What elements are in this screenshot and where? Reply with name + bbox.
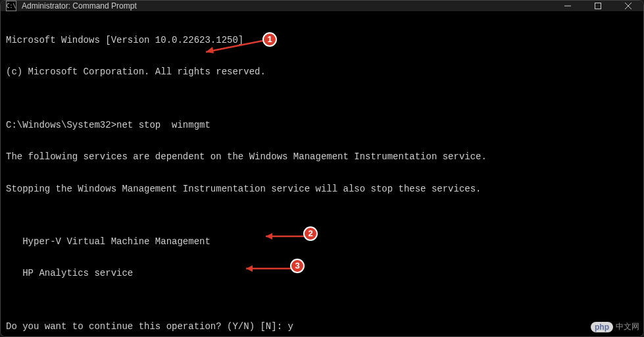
terminal-line: C:\Windows\System32>net stop winmgmt [6,120,638,130]
command-prompt-window: C:\ Administrator: Command Prompt Micros… [0,0,644,337]
svg-line-4 [206,41,262,52]
terminal-line: The following services are dependent on … [6,151,638,162]
annotation-callout-2: 2 [303,226,318,241]
watermark: php 中文网 [591,321,639,332]
minimize-icon [564,3,571,9]
terminal-line: (c) Microsoft Corporation. All rights re… [6,66,638,77]
annotation-callout-3: 3 [290,259,305,273]
window-title: Administrator: Command Prompt [22,1,137,11]
annotation-arrow [260,231,307,242]
watermark-logo-text: php [595,323,609,332]
close-button[interactable] [613,1,643,11]
terminal-line: Do you want to continue this operation? … [6,321,638,332]
annotation-arrow [199,39,265,59]
minimize-button[interactable] [553,1,583,11]
app-icon: C:\ [6,1,16,11]
svg-marker-9 [246,265,253,272]
terminal-line: Stopping the Windows Management Instrume… [6,184,638,194]
maximize-icon [595,3,601,9]
window-controls [553,1,643,11]
titlebar[interactable]: C:\ Administrator: Command Prompt [1,1,643,11]
close-icon [625,3,632,9]
annotation-callout-1: 1 [262,32,277,47]
watermark-text: 中文网 [616,321,639,332]
terminal-line: Hyper-V Virtual Machine Management [6,236,638,247]
terminal-line: Microsoft Windows [Version 10.0.22623.12… [6,35,638,45]
terminal-line: HP Analytics service [6,268,638,278]
terminal-output[interactable]: Microsoft Windows [Version 10.0.22623.12… [1,11,643,337]
svg-marker-7 [266,233,272,240]
annotation-arrow [241,263,293,274]
watermark-logo: php [591,322,613,332]
maximize-button[interactable] [583,1,613,11]
svg-rect-1 [595,3,601,9]
